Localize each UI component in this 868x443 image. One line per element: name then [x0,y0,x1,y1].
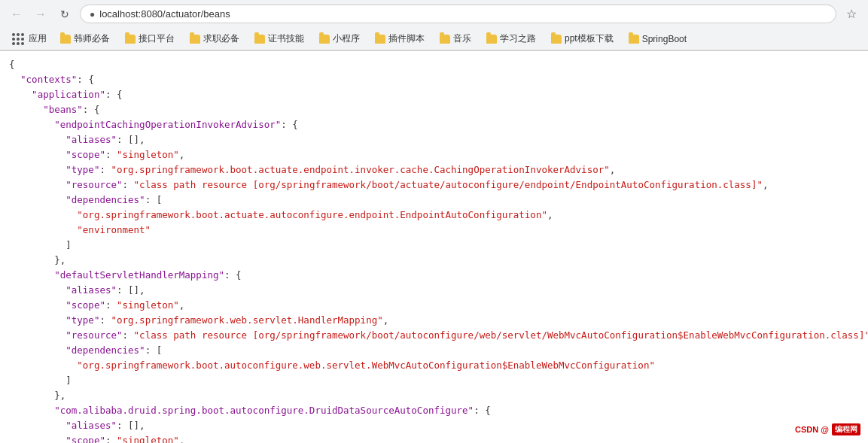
folder-icon [190,35,200,44]
folder-icon [440,35,450,44]
bookmark-item-job[interactable]: 求职必备 [184,31,245,47]
lock-icon: ● [90,9,95,20]
json-pre: { "contexts": { "application": { "beans"… [9,57,859,443]
back-button[interactable]: ← [8,5,26,23]
folder-icon [319,35,330,44]
bookmark-item-hanshi[interactable]: 韩师必备 [54,31,116,47]
bookmark-item-cert[interactable]: 证书技能 [248,31,310,47]
watermark: CSDN @ 编程网 [795,423,860,435]
bookmark-item-miniapp[interactable]: 小程序 [313,31,366,47]
address-bar[interactable]: ● localhost:8080/actuator/beans [80,5,836,23]
url-text: localhost:8080/actuator/beans [99,8,827,20]
apps-button[interactable]: 应用 [8,31,51,47]
folder-icon [60,35,71,44]
bookmark-item-ppt[interactable]: ppt模板下载 [545,31,620,47]
forward-button[interactable]: → [32,5,50,23]
folder-icon [629,35,639,44]
folder-icon [375,35,385,44]
bookmark-item-springboot[interactable]: SpringBoot [623,32,693,46]
bookmarks-bar: 应用 韩师必备 接口平台 求职必备 证书技能 小程序 插件脚本 音乐 [0,28,868,50]
folder-icon [254,35,265,44]
browser-toolbar: ← → ↻ ● localhost:8080/actuator/beans ☆ [0,0,868,28]
apps-grid-icon [12,33,24,45]
bookmark-star-button[interactable]: ☆ [842,5,860,23]
bookmark-item-learning[interactable]: 学习之路 [480,31,542,47]
folder-icon [551,35,562,44]
folder-icon [486,35,497,44]
watermark-csdn-text: CSDN @ [795,425,829,434]
browser-chrome: ← → ↻ ● localhost:8080/actuator/beans ☆ … [0,0,868,51]
refresh-button[interactable]: ↻ [56,5,74,23]
json-content-area: { "contexts": { "application": { "beans"… [0,51,868,443]
bookmark-item-plugin[interactable]: 插件脚本 [369,31,431,47]
bookmark-item-music[interactable]: 音乐 [434,31,477,47]
bookmark-item-interface[interactable]: 接口平台 [119,31,181,47]
folder-icon [125,35,136,44]
watermark-logo: 编程网 [832,423,860,435]
